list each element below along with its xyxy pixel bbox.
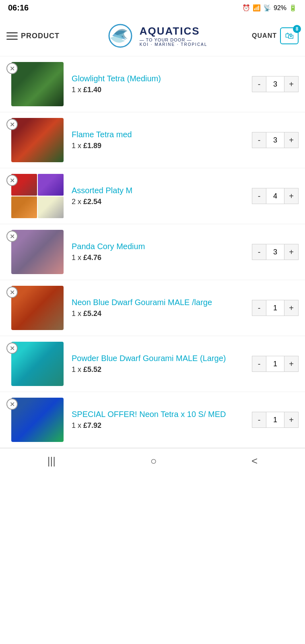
qty-value-panda-cory: 3	[266, 244, 284, 260]
qty-control-glowlight: -3+	[252, 76, 299, 92]
item-price-neon-blue-gourami: 1 x £5.24	[72, 310, 244, 318]
hamburger-menu[interactable]	[6, 32, 18, 40]
status-bar: 06:16 ⏰ 📶 📡 92% 🔋	[0, 0, 305, 16]
remove-button-powder-blue-gourami[interactable]: ✕	[6, 343, 18, 354]
cart-button[interactable]: 🛍 8	[280, 27, 299, 44]
qty-control-flame-tetra: -3+	[252, 132, 299, 148]
qty-plus-panda-cory[interactable]: +	[284, 244, 299, 260]
item-name-glowlight: Glowlight Tetra (Medium)	[72, 74, 244, 83]
cart-item-powder-blue-gourami: ✕Powder Blue Dwarf Gourami MALE (Large)1…	[0, 336, 305, 392]
qty-value-flame-tetra: 3	[266, 132, 284, 148]
qty-minus-neon-blue-gourami[interactable]: -	[252, 300, 266, 316]
item-image-assorted-platy	[11, 174, 64, 218]
battery-icon: 🔋	[289, 4, 297, 12]
item-info-panda-cory: Panda Cory Medium1 x £4.76	[68, 242, 247, 262]
item-image-flame-tetra	[11, 118, 64, 162]
cart-list: ✕Glowlight Tetra (Medium)1 x £1.40-3+✕Fl…	[0, 56, 305, 448]
brand-text: AQUATICS — TO YOUR DOOR — KOI · MARINE ·…	[140, 25, 208, 47]
remove-button-glowlight[interactable]: ✕	[6, 63, 18, 74]
item-price-flame-tetra: 1 x £1.89	[72, 142, 244, 150]
item-price-powder-blue-gourami: 1 x £5.52	[72, 365, 244, 374]
remove-button-flame-tetra[interactable]: ✕	[6, 119, 18, 130]
brand-sub: — TO YOUR DOOR —	[140, 37, 208, 42]
nav-menu-icon[interactable]: |||	[47, 455, 56, 467]
item-image-powder-blue-gourami	[11, 342, 64, 386]
status-icons: ⏰ 📶 📡 92% 🔋	[242, 4, 297, 12]
brand-types: KOI · MARINE · TROPICAL	[140, 42, 208, 47]
logo-icon	[104, 20, 136, 52]
brand-name: AQUATICS	[140, 25, 208, 37]
logo-area: AQUATICS — TO YOUR DOOR — KOI · MARINE ·…	[104, 20, 208, 52]
cart-icon: 🛍	[285, 31, 294, 41]
qty-plus-flame-tetra[interactable]: +	[284, 132, 299, 148]
item-image-panda-cory	[11, 230, 64, 274]
cart-item-assorted-platy: ✕Assorted Platy M2 x £2.54-4+	[0, 168, 305, 224]
qty-minus-panda-cory[interactable]: -	[252, 244, 266, 260]
qty-value-powder-blue-gourami: 1	[266, 356, 284, 372]
item-image-neon-tetra-special	[11, 398, 64, 442]
nav-back-icon[interactable]: <	[251, 455, 258, 467]
item-info-assorted-platy: Assorted Platy M2 x £2.54	[68, 186, 247, 206]
qty-plus-powder-blue-gourami[interactable]: +	[284, 356, 299, 372]
qty-plus-glowlight[interactable]: +	[284, 76, 299, 92]
qty-plus-neon-blue-gourami[interactable]: +	[284, 300, 299, 316]
item-name-powder-blue-gourami: Powder Blue Dwarf Gourami MALE (Large)	[72, 354, 244, 363]
status-time: 06:16	[8, 3, 29, 12]
qty-minus-flame-tetra[interactable]: -	[252, 132, 266, 148]
qty-value-glowlight: 3	[266, 76, 284, 92]
item-name-panda-cory: Panda Cory Medium	[72, 242, 244, 251]
item-price-neon-tetra-special: 1 x £7.92	[72, 421, 244, 430]
item-name-flame-tetra: Flame Tetra med	[72, 130, 244, 139]
alarm-icon: ⏰	[242, 4, 250, 12]
remove-button-panda-cory[interactable]: ✕	[6, 231, 18, 242]
qty-value-assorted-platy: 4	[266, 188, 284, 204]
qty-control-panda-cory: -3+	[252, 244, 299, 260]
item-info-powder-blue-gourami: Powder Blue Dwarf Gourami MALE (Large)1 …	[68, 354, 247, 374]
item-price-glowlight: 1 x £1.40	[72, 86, 244, 94]
qty-control-neon-tetra-special: -1+	[252, 412, 299, 428]
qty-control-assorted-platy: -4+	[252, 188, 299, 204]
cart-count: 8	[293, 25, 301, 33]
qty-plus-neon-tetra-special[interactable]: +	[284, 412, 299, 428]
qty-control-neon-blue-gourami: -1+	[252, 300, 299, 316]
item-image-glowlight	[11, 62, 64, 106]
remove-button-neon-tetra-special[interactable]: ✕	[6, 398, 18, 410]
item-price-panda-cory: 1 x £4.76	[72, 254, 244, 262]
item-name-neon-tetra-special: SPECIAL OFFER! Neon Tetra x 10 S/ MED	[72, 410, 244, 419]
item-info-neon-tetra-special: SPECIAL OFFER! Neon Tetra x 10 S/ MED1 x…	[68, 410, 247, 430]
item-info-neon-blue-gourami: Neon Blue Dwarf Gourami MALE /large1 x £…	[68, 298, 247, 318]
item-name-assorted-platy: Assorted Platy M	[72, 186, 244, 195]
remove-button-neon-blue-gourami[interactable]: ✕	[6, 287, 18, 298]
cart-item-neon-tetra-special: ✕SPECIAL OFFER! Neon Tetra x 10 S/ MED1 …	[0, 392, 305, 448]
header-right: QUANT 🛍 8	[252, 27, 299, 44]
qty-minus-glowlight[interactable]: -	[252, 76, 266, 92]
qty-value-neon-tetra-special: 1	[266, 412, 284, 428]
bottom-nav: ||| ○ <	[0, 448, 305, 474]
item-info-flame-tetra: Flame Tetra med1 x £1.89	[68, 130, 247, 150]
battery-status: 92%	[274, 4, 286, 12]
signal-icon: 📡	[263, 4, 271, 12]
cart-item-neon-blue-gourami: ✕Neon Blue Dwarf Gourami MALE /large1 x …	[0, 280, 305, 336]
qty-plus-assorted-platy[interactable]: +	[284, 188, 299, 204]
cart-item-glowlight: ✕Glowlight Tetra (Medium)1 x £1.40-3+	[0, 56, 305, 112]
item-info-glowlight: Glowlight Tetra (Medium)1 x £1.40	[68, 74, 247, 94]
cart-item-panda-cory: ✕Panda Cory Medium1 x £4.76-3+	[0, 224, 305, 280]
product-label: PRODUCT	[21, 32, 60, 40]
item-image-neon-blue-gourami	[11, 286, 64, 330]
quantity-label: QUANT	[252, 32, 277, 39]
qty-minus-neon-tetra-special[interactable]: -	[252, 412, 266, 428]
qty-control-powder-blue-gourami: -1+	[252, 356, 299, 372]
wifi-icon: 📶	[253, 4, 261, 12]
cart-item-flame-tetra: ✕Flame Tetra med1 x £1.89-3+	[0, 112, 305, 168]
remove-button-assorted-platy[interactable]: ✕	[6, 175, 18, 186]
qty-minus-powder-blue-gourami[interactable]: -	[252, 356, 266, 372]
qty-value-neon-blue-gourami: 1	[266, 300, 284, 316]
item-name-neon-blue-gourami: Neon Blue Dwarf Gourami MALE /large	[72, 298, 244, 307]
header-left: PRODUCT	[6, 32, 60, 40]
qty-minus-assorted-platy[interactable]: -	[252, 188, 266, 204]
header: PRODUCT AQUATICS — TO YOUR DOOR — KOI · …	[0, 16, 305, 56]
nav-home-icon[interactable]: ○	[150, 455, 157, 467]
item-price-assorted-platy: 2 x £2.54	[72, 198, 244, 206]
